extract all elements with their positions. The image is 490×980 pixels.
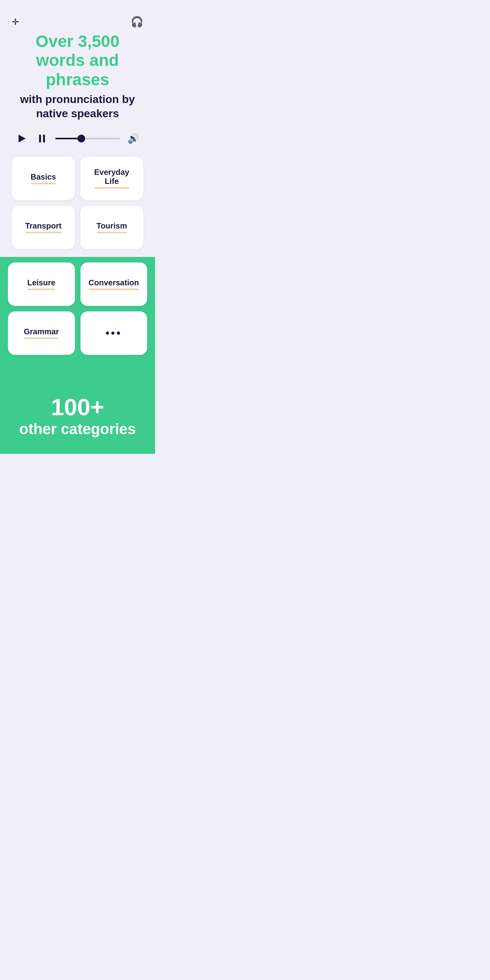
volume-button[interactable]: 🔊 bbox=[127, 133, 139, 144]
crosshair-icon: ✛ bbox=[12, 18, 19, 26]
category-card-basics[interactable]: Basics bbox=[12, 157, 75, 200]
category-label-grammar: Grammar bbox=[24, 327, 59, 339]
category-label-tourism: Tourism bbox=[97, 221, 127, 233]
category-card-transport[interactable]: Transport bbox=[12, 206, 75, 249]
category-label-leisure: Leisure bbox=[27, 278, 55, 290]
category-label-more: ••• bbox=[106, 327, 122, 339]
audio-controls: 🔊 bbox=[12, 132, 143, 145]
play-icon bbox=[19, 135, 26, 142]
category-label-transport: Transport bbox=[25, 221, 62, 233]
pause-button[interactable] bbox=[36, 132, 48, 145]
category-card-grammar[interactable]: Grammar bbox=[8, 311, 75, 355]
pause-bar-right bbox=[43, 135, 45, 142]
category-label-everyday-life: EverydayLife bbox=[94, 168, 129, 189]
category-card-leisure[interactable]: Leisure bbox=[8, 262, 75, 306]
footer-text: other categories bbox=[8, 420, 147, 438]
footer-number: 100+ bbox=[8, 394, 147, 420]
headphone-icon: 🎧 bbox=[131, 16, 143, 28]
progress-bar[interactable] bbox=[55, 138, 120, 139]
pause-bar-left bbox=[39, 135, 41, 142]
category-card-everyday-life[interactable]: EverydayLife bbox=[80, 157, 144, 200]
progress-thumb bbox=[77, 135, 85, 142]
category-card-tourism[interactable]: Tourism bbox=[80, 206, 144, 249]
category-label-basics: Basics bbox=[31, 172, 56, 184]
play-button[interactable] bbox=[16, 132, 28, 145]
headline-green: Over 3,500 words and phrases bbox=[12, 32, 143, 89]
headline-dark: with pronunciation by native speakers bbox=[12, 92, 143, 121]
category-card-conversation[interactable]: Conversation bbox=[80, 262, 148, 306]
category-label-conversation: Conversation bbox=[88, 278, 139, 290]
category-card-more[interactable]: ••• bbox=[80, 311, 148, 355]
